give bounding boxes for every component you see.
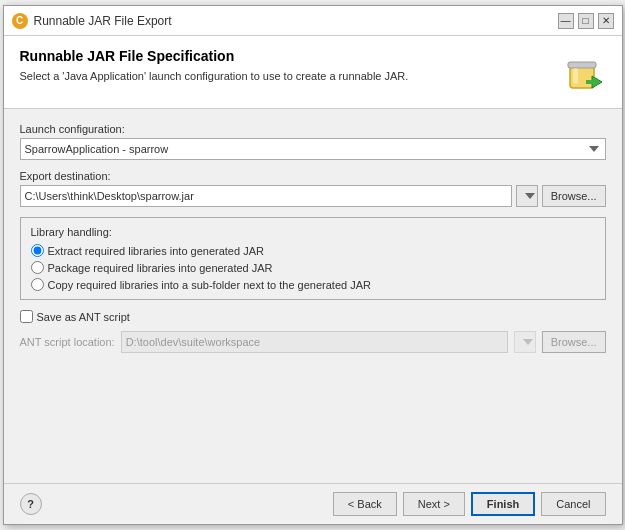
save-ant-checkbox[interactable] (20, 310, 33, 323)
minimize-button[interactable]: — (558, 13, 574, 29)
export-dest-row: Browse... (20, 185, 606, 207)
svg-rect-2 (573, 68, 578, 84)
content-area: Launch configuration: SparrowApplication… (4, 109, 622, 483)
footer-left: ? (20, 493, 42, 515)
export-dest-group: Export destination: Browse... (20, 170, 606, 207)
library-handling-label: Library handling: (31, 226, 595, 238)
radio-extract-label: Extract required libraries into generate… (48, 245, 264, 257)
radio-copy[interactable]: Copy required libraries into a sub-folde… (31, 278, 595, 291)
radio-extract[interactable]: Extract required libraries into generate… (31, 244, 595, 257)
save-ant-label: Save as ANT script (37, 311, 130, 323)
ant-location-row: ANT script location: Browse... (20, 331, 606, 353)
launch-config-select[interactable]: SparrowApplication - sparrow (20, 138, 606, 160)
export-dest-input[interactable] (20, 185, 512, 207)
cancel-button[interactable]: Cancel (541, 492, 605, 516)
header-text: Runnable JAR File Specification Select a… (20, 48, 409, 82)
title-bar-left: C Runnable JAR File Export (12, 13, 172, 29)
page-subtitle: Select a 'Java Application' launch confi… (20, 70, 409, 82)
radio-package-label: Package required libraries into generate… (48, 262, 273, 274)
window-controls: — □ ✕ (558, 13, 614, 29)
launch-config-label: Launch configuration: (20, 123, 606, 135)
export-dest-dropdown[interactable] (516, 185, 538, 207)
header-section: Runnable JAR File Specification Select a… (4, 36, 622, 109)
ant-location-input (121, 331, 508, 353)
library-handling-group: Library handling: Extract required libra… (20, 217, 606, 300)
radio-extract-input[interactable] (31, 244, 44, 257)
maximize-button[interactable]: □ (578, 13, 594, 29)
export-dest-label: Export destination: (20, 170, 606, 182)
help-button[interactable]: ? (20, 493, 42, 515)
footer-right: < Back Next > Finish Cancel (333, 492, 606, 516)
jar-icon (558, 48, 606, 96)
launch-config-group: Launch configuration: SparrowApplication… (20, 123, 606, 160)
footer: ? < Back Next > Finish Cancel (4, 483, 622, 524)
ant-browse-button: Browse... (542, 331, 606, 353)
save-ant-row: Save as ANT script (20, 310, 606, 323)
window-title: Runnable JAR File Export (34, 14, 172, 28)
ant-location-dropdown (514, 331, 536, 353)
radio-copy-input[interactable] (31, 278, 44, 291)
radio-package-input[interactable] (31, 261, 44, 274)
app-icon: C (12, 13, 28, 29)
radio-copy-label: Copy required libraries into a sub-folde… (48, 279, 371, 291)
title-bar: C Runnable JAR File Export — □ ✕ (4, 6, 622, 36)
main-window: C Runnable JAR File Export — □ ✕ Runnabl… (3, 5, 623, 525)
svg-rect-1 (568, 62, 596, 68)
svg-rect-4 (586, 80, 596, 84)
back-button[interactable]: < Back (333, 492, 397, 516)
close-button[interactable]: ✕ (598, 13, 614, 29)
next-button[interactable]: Next > (403, 492, 465, 516)
export-browse-button[interactable]: Browse... (542, 185, 606, 207)
finish-button[interactable]: Finish (471, 492, 535, 516)
page-title: Runnable JAR File Specification (20, 48, 409, 64)
ant-location-label: ANT script location: (20, 336, 115, 348)
radio-package[interactable]: Package required libraries into generate… (31, 261, 595, 274)
